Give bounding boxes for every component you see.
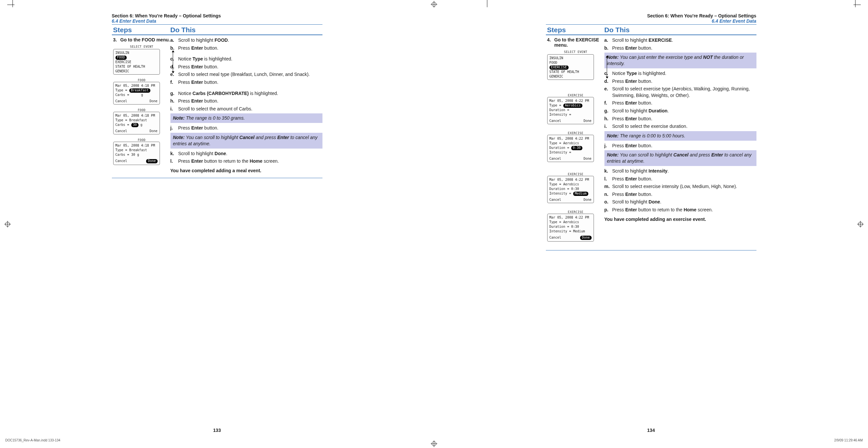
device-screen-food: FOOD Mar 05, 2008 4:18 PM Type = Breakfa… bbox=[113, 138, 170, 165]
instruction-item: f.Press Enter button. bbox=[604, 100, 756, 106]
instruction-item: g.Scroll to highlight Duration. bbox=[604, 108, 756, 114]
col-do-this: Do This bbox=[604, 25, 756, 35]
instruction-item: e.Scroll to select meal type (Breakfast,… bbox=[170, 71, 322, 78]
instruction-item: c.Notice Type is highlighted. bbox=[170, 56, 322, 63]
footer-file-stamp: DOC15736_Rev-A-Man.indd 133-134 bbox=[5, 439, 60, 442]
instruction-item: h.Press Enter button. bbox=[170, 98, 322, 105]
instruction-item: c.Notice Type is highlighted. bbox=[604, 70, 756, 77]
table-header: Steps Do This bbox=[112, 25, 322, 35]
step-label: 4. Go to the EXERCISE menu. bbox=[547, 37, 604, 48]
device-screen-exercise: EXERCISE Mar 05, 2008 4:22 PM Type = Aer… bbox=[547, 210, 604, 242]
note-box: Note: The range is 0 to 350 grams. bbox=[170, 113, 322, 123]
instruction-item: i.Scroll to select the amount of Carbs. bbox=[170, 106, 322, 112]
instruction-item: j.Press Enter button. bbox=[170, 125, 322, 132]
instruction-item: j.Press Enter button. bbox=[604, 143, 756, 149]
instruction-item: p.Press Enter button to return to the Ho… bbox=[604, 207, 756, 213]
scroll-arrow-icon bbox=[172, 51, 175, 72]
step-label: 3. Go to the FOOD menu. bbox=[113, 37, 170, 42]
note-box: Note: The range is 0:00 to 5:00 hours. bbox=[604, 131, 756, 141]
note-box: Note: You can scroll to highlight Cancel… bbox=[170, 133, 322, 148]
steps-column: 4. Go to the EXERCISE menu. SELECT EVENT… bbox=[546, 35, 604, 245]
col-do-this: Do This bbox=[170, 25, 322, 35]
page-number: 134 bbox=[647, 427, 655, 433]
subsection-heading: 6.4 Enter Event Data bbox=[112, 19, 322, 25]
instruction-item: k.Scroll to highlight Done. bbox=[170, 150, 322, 157]
col-steps: Steps bbox=[546, 25, 604, 35]
page-right: Section 6: When You're Ready – Optional … bbox=[434, 0, 868, 448]
instruction-item: n.Press Enter button. bbox=[604, 191, 756, 198]
footer-timestamp: 2/9/09 11:29:46 AM bbox=[834, 439, 863, 442]
instruction-item: i.Scroll to select the exercise duration… bbox=[604, 123, 756, 130]
device-screen-food: FOOD Mar 05, 2008 4:18 PM Type = Breakfa… bbox=[113, 78, 170, 105]
device-screen-exercise: EXERCISE Mar 05, 2008 4:22 PM Type = Aer… bbox=[547, 173, 604, 203]
instruction-item: l.Press Enter button to return to the Ho… bbox=[170, 158, 322, 165]
instruction-item: a.Scroll to highlight FOOD. bbox=[170, 37, 322, 44]
instruction-item: e.Scroll to select exercise type (Aerobi… bbox=[604, 86, 756, 99]
table-header: Steps Do This bbox=[546, 25, 756, 35]
instruction-item: o.Scroll to highlight Done. bbox=[604, 199, 756, 205]
completion-text: You have completed adding an exercise ev… bbox=[604, 217, 756, 222]
instruction-item: g.Notice Carbs (CARBOHYDRATE) is highlig… bbox=[170, 91, 322, 97]
instruction-item: d.Press Enter button. bbox=[170, 64, 322, 70]
instruction-item: b.Press Enter button. bbox=[170, 45, 322, 51]
instruction-item: d.Press Enter button. bbox=[604, 78, 756, 85]
subsection-heading: 6.4 Enter Event Data bbox=[546, 19, 756, 25]
device-screen-select-event: SELECT EVENT INSULIN FOOD EXERCISE STATE… bbox=[547, 50, 604, 80]
section-heading: Section 6: When You're Ready – Optional … bbox=[546, 13, 756, 19]
step-row: 3. Go to the FOOD menu. SELECT EVENT INS… bbox=[112, 35, 322, 178]
note-box: Note: You can just enter the exercise ty… bbox=[604, 53, 756, 68]
device-screen-select-event: SELECT EVENT INSULIN FOOD EXERCISE STATE… bbox=[113, 45, 170, 75]
instruction-item: h.Press Enter button. bbox=[604, 116, 756, 122]
page-left: Section 6: When You're Ready – Optional … bbox=[0, 0, 434, 448]
do-column: a.Scroll to highlight FOOD. b.Press Ente… bbox=[170, 35, 322, 173]
device-screen-food: FOOD Mar 05, 2008 4:18 PM Type = Breakfa… bbox=[113, 108, 170, 134]
instruction-item: m.Scroll to select exercise intensity (L… bbox=[604, 183, 756, 190]
scroll-arrow-icon bbox=[606, 57, 609, 77]
instruction-item: b.Press Enter button. bbox=[604, 45, 756, 51]
steps-column: 3. Go to the FOOD menu. SELECT EVENT INS… bbox=[112, 35, 170, 173]
completion-text: You have completed adding a meal event. bbox=[170, 168, 322, 173]
step-row: 4. Go to the EXERCISE menu. SELECT EVENT… bbox=[546, 35, 756, 250]
section-heading: Section 6: When You're Ready – Optional … bbox=[112, 13, 322, 19]
do-column: a.Scroll to highlight EXERCISE. b.Press … bbox=[604, 35, 756, 245]
instruction-item: l.Press Enter button. bbox=[604, 176, 756, 182]
instruction-item: f.Press Enter button. bbox=[170, 79, 322, 86]
device-screen-exercise: EXERCISE Mar 05, 2008 4:22 PM Type = Aer… bbox=[547, 94, 604, 124]
col-steps: Steps bbox=[112, 25, 170, 35]
page-number: 133 bbox=[213, 427, 221, 433]
device-screen-exercise: EXERCISE Mar 05, 2008 4:22 PM Type = Aer… bbox=[547, 132, 604, 162]
note-box: Note: You can scroll to highlight Cancel… bbox=[604, 150, 756, 166]
instruction-item: k.Scroll to highlight Intensity. bbox=[604, 168, 756, 175]
instruction-item: a.Scroll to highlight EXERCISE. bbox=[604, 37, 756, 44]
